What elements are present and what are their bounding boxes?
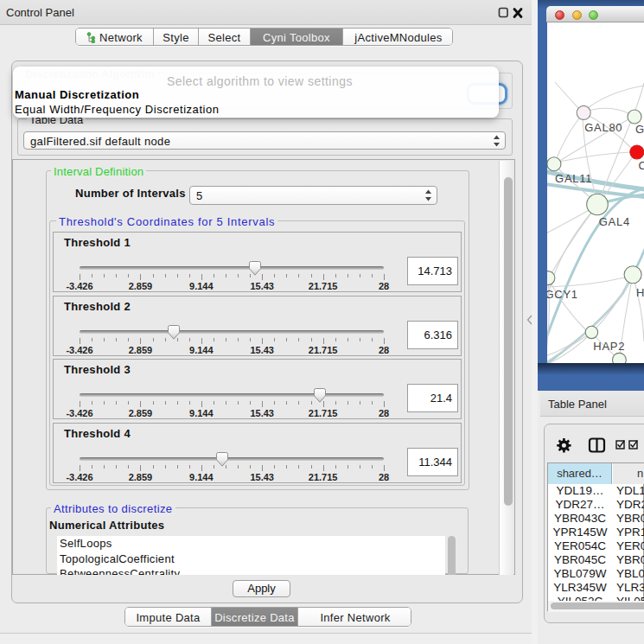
svg-text:GAL4: GAL4	[599, 215, 630, 228]
svg-text:GAL11: GAL11	[555, 172, 592, 185]
svg-text:HA: HA	[636, 286, 644, 299]
svg-text:C: C	[639, 159, 644, 172]
svg-text:HAP2: HAP2	[593, 340, 625, 353]
svg-text:GCY1: GCY1	[547, 288, 578, 301]
svg-text:GAL80: GAL80	[584, 121, 622, 134]
svg-text:GA: GA	[635, 123, 644, 136]
